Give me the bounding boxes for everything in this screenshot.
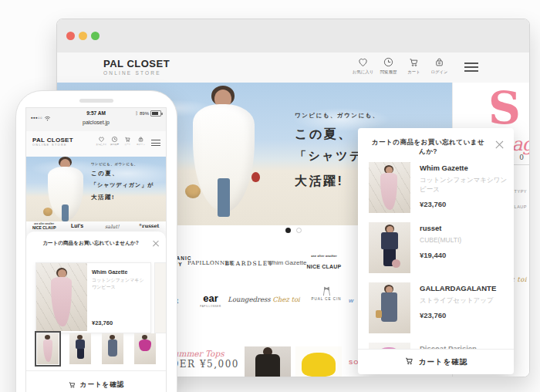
brand-ear-sub: PAPILLONNER (200, 305, 221, 308)
hero-model-figure (181, 86, 265, 225)
cart-thumbnail[interactable] (102, 333, 123, 364)
promo-photo-yellow-top[interactable] (295, 346, 342, 377)
nav-favorites[interactable]: お気に入り (95, 136, 108, 146)
hamburger-icon[interactable] (151, 140, 160, 147)
brand-logo-russet[interactable]: ®russet (139, 223, 160, 229)
cart-item-price: ¥23,760 (420, 311, 506, 319)
carousel-dot[interactable] (296, 228, 302, 233)
cart-item-row[interactable]: Whim Gazette コットンシフォンマキシワンピース ¥23,760 (369, 161, 506, 221)
battery-percentage: 89% (140, 111, 149, 116)
smag-logo-s: S (488, 86, 521, 130)
confirm-cart-button[interactable]: カートを確認 (26, 371, 166, 392)
cart-popup-title: カートの商品をお買い忘れていませんか? (35, 240, 146, 247)
nav-history-label: 閲覧履歴 (377, 69, 400, 75)
cart-item-brand: Whim Gazette (420, 164, 506, 172)
site-logo[interactable]: PAL CLOSET ONLINE STORE (103, 58, 170, 76)
brand-logo-whim-gazette[interactable]: Whim Gazette (268, 259, 307, 266)
brand-logo-nice-claup[interactable]: one after another NICE CLAUP (32, 222, 56, 230)
brand-logo-pual-ce-cin[interactable]: PUAL CE CIN (311, 286, 341, 301)
heart-icon (350, 56, 376, 68)
brand-logo-salut[interactable]: salut! (105, 224, 120, 230)
nav-cart-label: カート (403, 69, 426, 75)
nav-login[interactable]: ログイン (427, 56, 452, 76)
cart-item-photo (369, 222, 410, 273)
hamburger-icon[interactable] (464, 63, 478, 72)
phone-mockup: ●●●○○ 9:57 AM ᛒ 89% palcloset.jp PAL CLO… (15, 90, 177, 392)
cart-item-name: コットンシフォンマキシワンピース (92, 277, 146, 291)
cart-icon (404, 355, 414, 369)
phone-status-bar: ●●●○○ 9:57 AM ᛒ 89% palcloset.jp (26, 108, 166, 132)
signal-dots-icon: ●●●○○ (31, 116, 42, 120)
cart-item-row[interactable]: russet CUBE(MULTI) ¥19,440 (369, 221, 506, 281)
close-icon[interactable] (495, 140, 504, 148)
promo-photo-black-top[interactable] (245, 346, 291, 377)
phone-screen: ●●●○○ 9:57 AM ᛒ 89% palcloset.jp PAL CLO… (25, 107, 167, 392)
cart-thumbnail[interactable] (134, 333, 156, 364)
nav-cart[interactable]: カート (121, 136, 134, 146)
brand-logo-ear[interactable]: ear PAPILLONNER (200, 291, 221, 308)
browser-chrome-bar (57, 19, 529, 53)
window-close-button[interactable] (66, 32, 75, 40)
cart-item-name: ストライプセットアップ (420, 296, 509, 305)
cart-item-name: CUBE(MULTI) (420, 235, 509, 245)
cart-thumbnail[interactable] (69, 333, 91, 364)
nav-history[interactable]: 閲覧履歴 (108, 136, 121, 146)
cart-popup-title: カートの商品をお買い忘れていませんか? (369, 138, 488, 157)
nav-cart[interactable]: カート (401, 56, 427, 76)
cart-item-brand: russet (420, 224, 506, 232)
confirm-cart-label: カートを確認 (80, 380, 125, 390)
nav-favorites[interactable]: お気に入り (350, 56, 376, 76)
cart-item-card[interactable]: Whim Gazette コットンシフォンマキシワンピース ¥23,760 (35, 262, 151, 333)
cart-thumbnail-selected[interactable] (37, 333, 59, 364)
bag-icon (427, 56, 452, 68)
battery-icon (150, 110, 161, 117)
brand-logo-fragment-w[interactable]: w (349, 297, 353, 304)
cart-item-photo (369, 162, 410, 213)
cart-icon (121, 136, 134, 143)
window-zoom-button[interactable] (91, 32, 100, 40)
cart-item-photo (369, 282, 410, 333)
nav-history[interactable]: 閲覧履歴 (376, 56, 401, 76)
hero-model-figure (40, 157, 89, 221)
confirm-cart-button[interactable]: カートを確認 (358, 349, 514, 374)
cart-popup-item-list: Whim Gazette コットンシフォンマキシワンピース ¥23,760 (358, 156, 514, 350)
cart-item-price: ¥19,440 (420, 251, 506, 259)
mobile-brand-strip: one after another NICE CLAUP Lui's salut… (26, 221, 166, 232)
brand-logo-chez-toi[interactable]: Chez toi (272, 296, 299, 303)
cart-item-brand: Whim Gazette (92, 269, 146, 275)
brand-nice-claup-sub: one after another (307, 255, 342, 258)
confirm-cart-label: カートを確認 (419, 357, 468, 367)
clock-icon (376, 56, 401, 68)
mobile-hero-banner[interactable]: ワンピにも、ガウンにも、 この夏、 「シャツディガン」が 大活躍! (26, 157, 166, 221)
mobile-hero-photo: ワンピにも、ガウンにも、 この夏、 「シャツディガン」が 大活躍! (26, 157, 166, 221)
brand-logo-loungedress[interactable]: Loungedress (228, 296, 270, 303)
cart-item-row[interactable]: GALLARDAGALANTE ストライプセットアップ ¥23,760 (369, 281, 506, 341)
window-minimize-button[interactable] (79, 32, 87, 40)
hero-tagline: ワンピにも、ガウンにも、 (295, 112, 432, 120)
mobile-site-header: PAL CLOSET ONLINE STORE お気に入り 閲覧履歴 カート (26, 131, 166, 157)
bag-icon (134, 136, 147, 143)
carousel-dot-active[interactable] (285, 228, 291, 233)
site-header: PAL CLOSET ONLINE STORE お気に入り 閲覧履歴 カート (57, 52, 529, 83)
mobile-site-logo[interactable]: PAL CLOSET ONLINE STORE (32, 137, 73, 147)
heart-icon (95, 136, 108, 143)
header-nav: お気に入り 閲覧履歴 カート ログイン (350, 56, 452, 76)
site-logo-title: PAL CLOSET (103, 58, 170, 69)
brand-logo-beardsley[interactable]: BEARDSLEY (224, 260, 273, 267)
site-logo-subtitle: ONLINE STORE (103, 70, 170, 76)
cart-item-photo (36, 263, 87, 331)
close-icon[interactable] (153, 240, 159, 246)
cart-item-price: ¥23,760 (420, 200, 506, 208)
mobile-hero-copy: ワンピにも、ガウンにも、 この夏、 「シャツディガン」が 大活躍! (91, 162, 154, 201)
cart-thumbnail-carousel (37, 333, 156, 364)
cart-icon (68, 378, 76, 392)
next-card-sliver[interactable] (154, 262, 167, 333)
cart-reminder-popup: カートの商品をお買い忘れていませんか? Whim Gazette コットンシフォ… (358, 128, 514, 374)
url-bar[interactable]: palcloset.jp (26, 120, 166, 125)
brand-logo-nice-claup[interactable]: one after another NICE CLAUP (307, 255, 342, 272)
brand-logo-luis[interactable]: Lui's (71, 223, 83, 228)
nav-favorites-label: お気に入り (352, 69, 375, 75)
phone-speaker (79, 99, 113, 103)
nav-login[interactable]: ログイン (134, 136, 147, 146)
clock-icon (108, 136, 121, 143)
